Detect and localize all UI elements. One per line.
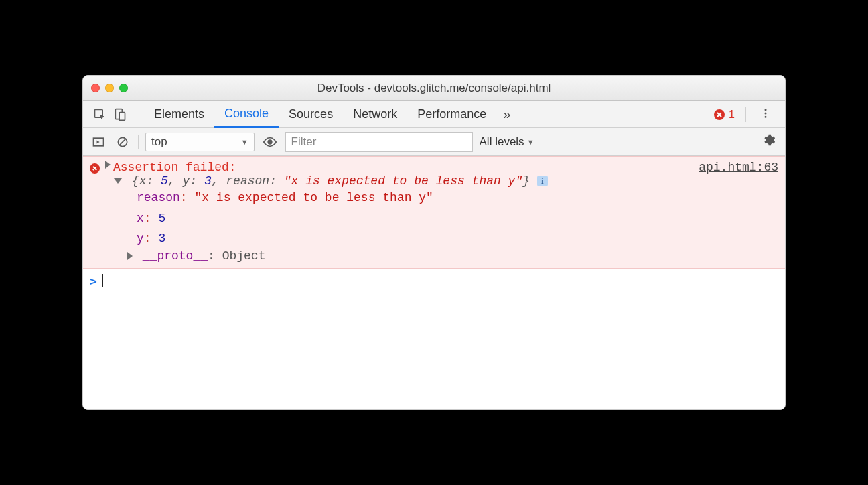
- kebab-menu-icon[interactable]: [753, 107, 778, 122]
- inspect-icon[interactable]: [90, 105, 110, 125]
- main-tabbar: Elements Console Sources Network Perform…: [83, 101, 785, 128]
- prompt-caret-icon: >: [90, 274, 97, 288]
- filter-placeholder: Filter: [291, 135, 317, 148]
- tab-elements[interactable]: Elements: [144, 101, 214, 128]
- devtools-window: DevTools - devtools.glitch.me/console/ap…: [82, 75, 786, 410]
- error-count: 1: [729, 109, 735, 121]
- info-icon[interactable]: i: [537, 176, 548, 186]
- error-icon: [90, 163, 100, 174]
- tab-performance[interactable]: Performance: [407, 101, 496, 128]
- zoom-icon[interactable]: [119, 84, 128, 92]
- tab-sources[interactable]: Sources: [279, 101, 343, 128]
- svg-rect-2: [119, 112, 125, 120]
- tab-network[interactable]: Network: [343, 101, 407, 128]
- device-toolbar-icon[interactable]: [110, 105, 130, 125]
- error-badge[interactable]: 1: [714, 109, 735, 121]
- tab-console[interactable]: Console: [214, 101, 279, 128]
- more-tabs-button[interactable]: »: [496, 107, 517, 122]
- text-cursor: [102, 274, 103, 287]
- chevron-down-icon: ▼: [527, 138, 534, 146]
- context-select[interactable]: top ▼: [145, 133, 255, 151]
- separator: [745, 107, 746, 122]
- proto-row[interactable]: __proto__: Object: [90, 249, 778, 263]
- filter-input[interactable]: Filter: [285, 132, 473, 152]
- titlebar: DevTools - devtools.glitch.me/console/ap…: [83, 76, 785, 101]
- svg-point-4: [765, 112, 767, 114]
- property-row[interactable]: reason: "x is expected to be less than y…: [137, 188, 778, 208]
- eye-icon[interactable]: [261, 133, 279, 151]
- expand-toggle-icon[interactable]: [127, 252, 133, 260]
- close-icon[interactable]: [91, 84, 100, 92]
- console-prompt[interactable]: >: [83, 269, 785, 293]
- error-icon: [714, 109, 725, 120]
- separator: [137, 107, 137, 122]
- separator: [138, 135, 139, 149]
- clear-console-icon[interactable]: [114, 133, 131, 151]
- sidebar-toggle-icon[interactable]: [90, 133, 107, 151]
- context-label: top: [151, 135, 167, 149]
- property-row[interactable]: y: 3: [137, 228, 778, 249]
- console-output: Assertion failed: api.html:63 {x: 5, y: …: [83, 156, 785, 409]
- object-properties: reason: "x is expected to be less than y…: [90, 188, 778, 249]
- property-row[interactable]: x: 5: [137, 208, 778, 229]
- svg-point-5: [765, 115, 767, 117]
- gear-icon[interactable]: [760, 133, 778, 150]
- object-preview[interactable]: {x: 5, y: 3, reason: "x is expected to b…: [90, 174, 778, 188]
- levels-label: All levels: [480, 135, 524, 149]
- window-title: DevTools - devtools.glitch.me/console/ap…: [83, 82, 785, 95]
- traffic-lights: [91, 84, 128, 92]
- log-levels-select[interactable]: All levels ▼: [480, 135, 534, 149]
- svg-point-3: [765, 109, 767, 111]
- console-toolbar: top ▼ Filter All levels ▼: [83, 128, 785, 156]
- collapse-toggle-icon[interactable]: [114, 178, 122, 184]
- chevron-down-icon: ▼: [241, 138, 248, 146]
- expand-toggle-icon[interactable]: [105, 161, 111, 169]
- minimize-icon[interactable]: [105, 84, 114, 92]
- error-title: Assertion failed:: [113, 161, 236, 174]
- svg-point-8: [268, 140, 272, 144]
- console-error-message: Assertion failed: api.html:63 {x: 5, y: …: [83, 156, 785, 269]
- source-link[interactable]: api.html:63: [699, 161, 778, 174]
